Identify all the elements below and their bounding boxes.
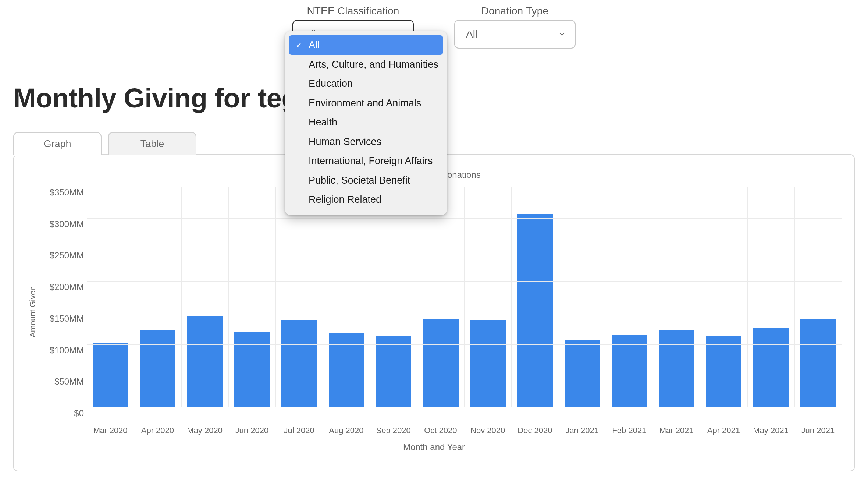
bar[interactable] xyxy=(800,319,836,407)
gridline xyxy=(87,313,842,313)
donation-type-label: Donation Type xyxy=(454,5,576,17)
y-tick-label: $350MM xyxy=(50,187,84,198)
gridline xyxy=(87,218,842,219)
x-tick-label: Mar 2021 xyxy=(653,426,700,435)
tab-graph[interactable]: Graph xyxy=(13,132,102,155)
ntee-option[interactable]: ✓Education xyxy=(289,74,443,93)
ntee-option-label: Environment and Animals xyxy=(309,98,421,109)
chevron-down-icon xyxy=(558,21,566,48)
bar-slot xyxy=(87,187,134,407)
ntee-option-label: All xyxy=(309,39,320,50)
bar[interactable] xyxy=(517,214,553,407)
x-axis: Mar 2020Apr 2020May 2020Jun 2020Jul 2020… xyxy=(87,426,842,435)
x-tick-label: Apr 2021 xyxy=(700,426,747,435)
bar-slot xyxy=(559,187,606,407)
donation-type-select[interactable]: All xyxy=(454,20,576,49)
ntee-filter-label: NTEE Classification xyxy=(292,5,414,17)
ntee-dropdown[interactable]: ✓All✓Arts, Culture, and Humanities✓Educa… xyxy=(285,31,447,215)
ntee-option[interactable]: ✓International, Foreign Affairs xyxy=(289,151,443,171)
gridline xyxy=(87,344,842,345)
bar[interactable] xyxy=(376,336,412,407)
ntee-option-label: Education xyxy=(309,78,353,89)
bar-slot xyxy=(653,187,700,407)
x-tick-label: Jun 2020 xyxy=(228,426,275,435)
y-tick-label: $100MM xyxy=(50,345,84,356)
ntee-option-label: Human Services xyxy=(309,136,381,147)
ntee-filter: NTEE Classification All ✓All✓Arts, Cultu… xyxy=(292,5,414,49)
tab-table-label: Table xyxy=(140,138,164,150)
x-tick-label: Mar 2020 xyxy=(87,426,134,435)
donation-type-filter: Donation Type All xyxy=(454,5,576,49)
bar-slot xyxy=(700,187,747,407)
x-tick-label: Apr 2020 xyxy=(134,426,181,435)
bar-slot xyxy=(606,187,653,407)
bars-container xyxy=(87,187,842,407)
ntee-option-label: Arts, Culture, and Humanities xyxy=(309,59,438,70)
bar[interactable] xyxy=(234,332,270,407)
ntee-option[interactable]: ✓Health xyxy=(289,113,443,132)
x-tick-label: Jan 2021 xyxy=(559,426,606,435)
bar-slot xyxy=(512,187,559,407)
ntee-option[interactable]: ✓Arts, Culture, and Humanities xyxy=(289,55,443,74)
x-tick-label: Feb 2021 xyxy=(606,426,653,435)
ntee-option-label: Health xyxy=(309,117,337,128)
chart-area: Amount Given $0$50MM$100MM$150MM$200MM$2… xyxy=(26,187,842,422)
bar[interactable] xyxy=(281,320,317,407)
gridline xyxy=(87,250,842,250)
x-tick-label: Dec 2020 xyxy=(511,426,558,435)
bar-slot xyxy=(417,187,465,407)
bar[interactable] xyxy=(565,340,600,407)
bar[interactable] xyxy=(706,336,742,407)
bar[interactable] xyxy=(659,330,694,407)
donation-type-value: All xyxy=(466,28,477,40)
y-tick-label: $150MM xyxy=(50,314,84,324)
bar-slot xyxy=(134,187,181,407)
bar[interactable] xyxy=(753,328,789,407)
bar[interactable] xyxy=(93,343,128,407)
x-tick-label: Jun 2021 xyxy=(794,426,842,435)
y-axis: $0$50MM$100MM$150MM$200MM$250MM$300MM$35… xyxy=(39,187,87,422)
bar-slot xyxy=(370,187,417,407)
gridline xyxy=(87,376,842,376)
y-tick-label: $50MM xyxy=(54,376,84,387)
ntee-option[interactable]: ✓Environment and Animals xyxy=(289,93,443,113)
x-tick-label: Oct 2020 xyxy=(417,426,464,435)
bar-slot xyxy=(182,187,229,407)
y-tick-label: $200MM xyxy=(50,282,84,292)
bar-slot xyxy=(795,187,842,407)
bar[interactable] xyxy=(140,330,176,407)
bar-slot xyxy=(229,187,276,407)
x-tick-label: Jul 2020 xyxy=(275,426,323,435)
x-tick-label: May 2020 xyxy=(181,426,228,435)
app-frame: NTEE Classification All ✓All✓Arts, Cultu… xyxy=(0,0,868,502)
bar-slot xyxy=(748,187,795,407)
bar-slot xyxy=(276,187,323,407)
check-icon: ✓ xyxy=(295,38,303,53)
y-tick-label: $0 xyxy=(74,408,84,418)
filters-row: NTEE Classification All ✓All✓Arts, Cultu… xyxy=(0,0,868,60)
ntee-option-label: Public, Societal Benefit xyxy=(309,175,410,186)
plot-area xyxy=(87,187,842,407)
ntee-option-label: International, Foreign Affairs xyxy=(309,155,433,166)
ntee-option[interactable]: ✓All xyxy=(289,35,443,55)
y-axis-label: Amount Given xyxy=(26,187,39,422)
bar[interactable] xyxy=(470,320,506,407)
x-tick-label: May 2021 xyxy=(747,426,794,435)
tab-table[interactable]: Table xyxy=(108,132,196,155)
ntee-option[interactable]: ✓Human Services xyxy=(289,132,443,152)
y-tick-label: $300MM xyxy=(50,219,84,229)
gridline xyxy=(87,281,842,282)
x-tick-label: Sep 2020 xyxy=(370,426,417,435)
bar[interactable] xyxy=(612,335,647,407)
x-tick-label: Nov 2020 xyxy=(464,426,511,435)
ntee-option[interactable]: ✓Religion Related xyxy=(289,190,443,209)
y-tick-label: $250MM xyxy=(50,250,84,261)
bar[interactable] xyxy=(423,319,459,407)
ntee-option[interactable]: ✓Public, Societal Benefit xyxy=(289,171,443,190)
x-tick-label: Aug 2020 xyxy=(323,426,370,435)
bar[interactable] xyxy=(329,333,364,407)
bar[interactable] xyxy=(187,316,223,407)
x-axis-label: Month and Year xyxy=(26,442,842,452)
gridline xyxy=(87,187,842,187)
tab-graph-label: Graph xyxy=(43,138,71,150)
